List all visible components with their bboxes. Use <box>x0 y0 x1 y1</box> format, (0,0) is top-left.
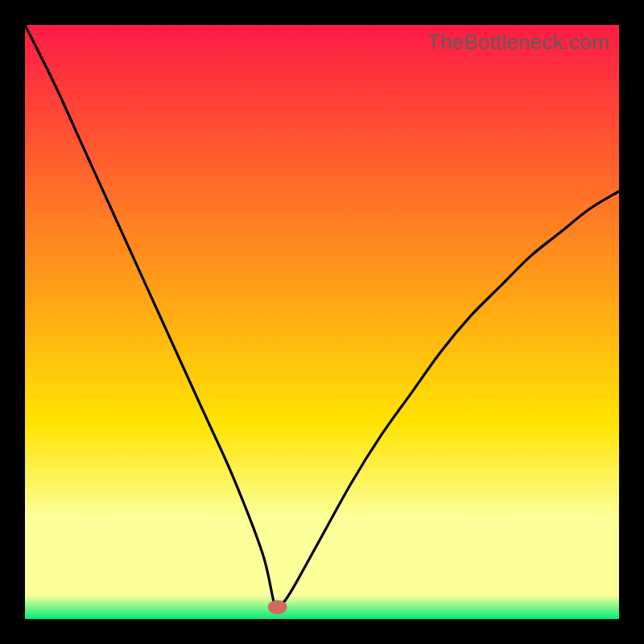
bottleneck-chart <box>25 25 619 619</box>
chart-frame: TheBottleneck.com <box>0 0 644 644</box>
gradient-background <box>25 25 619 619</box>
plot-area: TheBottleneck.com <box>25 25 619 619</box>
minimum-marker <box>268 600 287 614</box>
watermark-text: TheBottleneck.com <box>427 30 609 55</box>
